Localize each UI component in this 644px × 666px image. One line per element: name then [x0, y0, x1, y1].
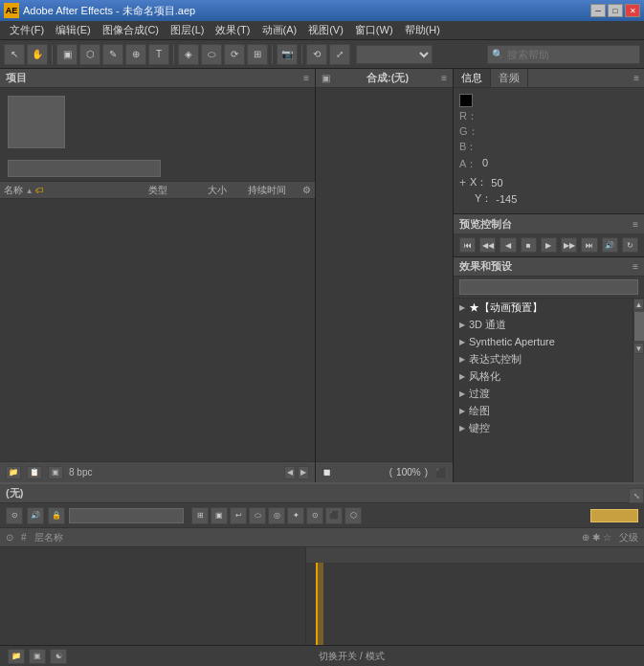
status-btn-1[interactable]: 📁 [8, 649, 25, 664]
prev-audio[interactable]: 🔊 [602, 237, 618, 253]
minimize-button[interactable]: ─ [590, 4, 606, 17]
tool-1[interactable]: ▣ [56, 44, 78, 65]
status-btn-2[interactable]: ▣ [29, 649, 46, 664]
tab-info[interactable]: 信息 [454, 69, 491, 87]
scroll-handle[interactable] [634, 312, 644, 341]
status-bar-center: 切换开关 / 模式 [319, 650, 384, 663]
tl-col-parent: 父级 [619, 531, 638, 544]
prev-first[interactable]: ⏮ [459, 237, 476, 253]
workspace-dropdown[interactable] [356, 45, 433, 64]
menu-layer[interactable]: 图层(L) [165, 21, 210, 39]
tl-filter-2[interactable]: ▣ [211, 507, 228, 524]
tl-search-input[interactable] [69, 508, 184, 523]
project-panel-menu[interactable]: ≡ [303, 73, 309, 83]
new-folder-btn[interactable]: 📁 [6, 466, 21, 479]
tool-5[interactable]: T [148, 44, 169, 65]
prev-loop[interactable]: ↻ [622, 237, 638, 253]
effects-scrollbar[interactable]: ▲ ▼ [633, 299, 644, 482]
timeline-playhead[interactable] [316, 563, 318, 645]
tl-icon-3[interactable]: 🔒 [48, 507, 65, 524]
tool-hand[interactable]: ✋ [27, 44, 48, 65]
effects-item-0[interactable]: ▶ ★【动画预置】 [454, 299, 633, 316]
arrow-icon-4: ▶ [459, 372, 465, 381]
menu-window[interactable]: 窗口(W) [349, 21, 399, 39]
tl-filter-5[interactable]: ◎ [268, 507, 285, 524]
tool-7[interactable]: ⬭ [201, 44, 222, 65]
scroll-right[interactable]: ▶ [298, 466, 309, 479]
timeline-left-panel [0, 547, 306, 645]
composition-view[interactable] [316, 88, 453, 461]
effects-item-2[interactable]: ▶ Synthetic Aperture [454, 333, 633, 350]
a-label: A： [459, 157, 478, 171]
effects-item-4[interactable]: ▶ 风格化 [454, 367, 633, 385]
prev-stop[interactable]: ■ [521, 237, 537, 253]
tool-camera[interactable]: 📷 [277, 44, 298, 65]
timeline-column-headers: ⊙ # 层名称 ⊕ ✱ ☆ 父级 [0, 528, 644, 547]
effects-item-1[interactable]: ▶ 3D 通道 [454, 316, 633, 333]
comp-icon-1[interactable]: 🔲 [322, 468, 332, 477]
maximize-button[interactable]: □ [608, 4, 623, 17]
composition-panel-menu[interactable]: ≡ [441, 73, 447, 83]
effects-expand-btn[interactable]: ⤡ [629, 488, 644, 503]
tl-search [69, 508, 184, 523]
info-panel-menu[interactable]: ≡ [628, 73, 644, 83]
tl-filter-7[interactable]: ⊙ [306, 507, 323, 524]
arrow-icon-6: ▶ [459, 407, 465, 415]
menu-view[interactable]: 视图(V) [302, 21, 349, 39]
y-value: -145 [496, 193, 517, 205]
project-preview [0, 88, 315, 156]
tool-11[interactable]: ⤢ [329, 44, 350, 65]
tool-6[interactable]: ◈ [178, 44, 199, 65]
comp-icon-2[interactable]: ⬛ [435, 468, 447, 478]
effects-panel-menu[interactable]: ≡ [633, 261, 638, 272]
tool-4[interactable]: ⊕ [125, 44, 146, 65]
menu-effects[interactable]: 效果(T) [210, 21, 255, 39]
tool-2[interactable]: ⬡ [79, 44, 100, 65]
menu-edit[interactable]: 编辑(E) [50, 21, 97, 39]
effects-search-input[interactable] [459, 279, 638, 295]
effects-list: ▶ ★【动画预置】 ▶ 3D 通道 ▶ Synthetic Aperture [454, 299, 633, 482]
tool-3[interactable]: ✎ [102, 44, 123, 65]
project-panel-title: 项目 [6, 71, 27, 85]
menu-file[interactable]: 文件(F) [4, 21, 50, 39]
search-input[interactable] [507, 49, 632, 60]
effects-item-5[interactable]: ▶ 过渡 [454, 385, 633, 402]
col-options[interactable]: ⚙ [302, 185, 311, 195]
effects-item-3[interactable]: ▶ 表达式控制 [454, 350, 633, 367]
tl-filter-6[interactable]: ✦ [287, 507, 304, 524]
tl-icon-1[interactable]: ⊙ [6, 507, 23, 524]
menu-help[interactable]: 帮助(H) [399, 21, 446, 39]
tab-audio[interactable]: 音频 [491, 69, 528, 87]
effects-item-6[interactable]: ▶ 绘图 [454, 402, 633, 419]
scroll-down-btn[interactable]: ▼ [633, 343, 644, 354]
menu-animation[interactable]: 动画(A) [256, 21, 303, 39]
scroll-up-btn[interactable]: ▲ [633, 299, 644, 310]
close-button[interactable]: ✕ [625, 4, 640, 17]
comp-btn[interactable]: ▣ [48, 466, 63, 479]
tool-arrow[interactable]: ↖ [4, 44, 25, 65]
tool-9[interactable]: ⊞ [247, 44, 268, 65]
tl-filter-4[interactable]: ⬭ [249, 507, 266, 524]
project-search-input[interactable] [8, 160, 161, 177]
menu-composition[interactable]: 图像合成(C) [97, 21, 165, 39]
prev-back[interactable]: ◀◀ [479, 237, 496, 253]
tl-filter-9[interactable]: ⬡ [344, 507, 362, 524]
preview-panel-menu[interactable]: ≡ [633, 219, 638, 230]
tl-filter-8[interactable]: ⬛ [325, 507, 343, 524]
prev-play[interactable]: ▶ [541, 237, 557, 253]
tag-icon: 🏷 [35, 186, 44, 195]
prev-play-back[interactable]: ◀ [500, 237, 516, 253]
effects-item-7[interactable]: ▶ 键控 [454, 419, 633, 436]
tl-filter-3[interactable]: ↩ [230, 507, 247, 524]
prev-fwd[interactable]: ▶▶ [561, 237, 577, 253]
tool-8[interactable]: ⟳ [224, 44, 245, 65]
tl-filter-1[interactable]: ⊞ [191, 507, 209, 524]
status-btn-3[interactable]: ☯ [50, 649, 67, 664]
info-tabs: 信息 音频 ≡ [454, 69, 644, 88]
tool-10[interactable]: ⟲ [306, 44, 327, 65]
tl-icon-2[interactable]: 🔊 [27, 507, 44, 524]
scroll-left[interactable]: ◀ [284, 466, 296, 479]
plus-icon: + [459, 176, 466, 189]
import-btn[interactable]: 📋 [27, 466, 42, 479]
prev-last[interactable]: ⏭ [581, 237, 597, 253]
